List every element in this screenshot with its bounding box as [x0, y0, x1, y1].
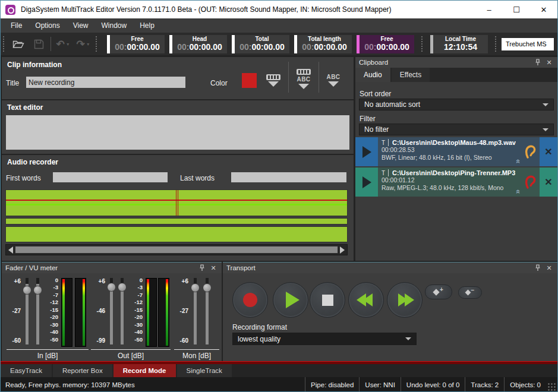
undo-button[interactable]: ↶▼: [53, 35, 73, 53]
waveform-track-1[interactable]: [5, 189, 348, 216]
remove-marker-button[interactable]: −: [458, 286, 482, 299]
fader-knob[interactable]: [191, 283, 200, 292]
menu-view[interactable]: View: [67, 19, 95, 32]
menu-file[interactable]: File: [4, 19, 29, 32]
maximize-button[interactable]: ☐: [503, 1, 530, 18]
close-button[interactable]: ✕: [530, 1, 557, 18]
pin-icon[interactable]: [535, 264, 544, 271]
play-button[interactable]: [273, 282, 308, 318]
waveform-text-dropdown-button[interactable]: ABC: [291, 63, 317, 95]
toolbar-grip[interactable]: [96, 36, 99, 52]
open-button[interactable]: [8, 35, 29, 53]
fader-knob[interactable]: [203, 283, 212, 292]
status-undo-level: Undo level: 0 of 0: [401, 377, 465, 392]
menu-window[interactable]: Window: [95, 19, 134, 32]
counter-prefix: 00:: [239, 42, 251, 52]
rewind-button[interactable]: [348, 282, 384, 318]
close-panel-icon[interactable]: ✕: [544, 59, 554, 67]
fader-knob[interactable]: [23, 286, 31, 295]
last-words-input[interactable]: [231, 172, 346, 182]
text-dropdown-button[interactable]: ABC: [321, 68, 346, 93]
play-icon: [362, 146, 371, 158]
tab-easytrack[interactable]: EasyTrack: [1, 364, 52, 377]
save-button[interactable]: [29, 35, 49, 53]
text-editor-area[interactable]: [6, 115, 349, 150]
menu-help[interactable]: Help: [133, 19, 161, 32]
vu-scale-label: -3: [128, 284, 143, 291]
fast-forward-button[interactable]: [387, 282, 423, 318]
toolbar-grip[interactable]: [495, 36, 498, 52]
tab-record-mode[interactable]: Record Mode: [114, 364, 176, 377]
tab-audio[interactable]: Audio: [355, 68, 390, 82]
toolbar-grip[interactable]: [421, 36, 424, 52]
toolbar-grip[interactable]: [3, 36, 6, 52]
pin-icon[interactable]: [199, 264, 209, 271]
remove-clip-button[interactable]: ✕: [540, 167, 557, 197]
vu-group-in: +6 -27 -60 0-3-7-12-15-20-30-40-50 In [d…: [7, 278, 90, 361]
vu-meter-right: [158, 278, 169, 347]
tab-reporter-box[interactable]: Reporter Box: [53, 364, 112, 377]
stop-button[interactable]: [310, 282, 345, 318]
fader-slider[interactable]: [203, 278, 212, 347]
status-tracks: Tracks: 2: [465, 377, 504, 392]
menu-options[interactable]: Options: [29, 19, 66, 32]
vu-scale-label: -40: [128, 328, 143, 336]
fader-knob[interactable]: [33, 286, 42, 295]
tab-effects[interactable]: Effects: [392, 68, 430, 82]
listen-ear-icon[interactable]: [522, 167, 540, 197]
clipboard-item[interactable]: T C:\Users\nin\Desktop\Ping-Trenner.MP3 …: [355, 167, 557, 197]
scroll-right-arrow[interactable]: [340, 246, 345, 254]
waveform-track-3[interactable]: [5, 226, 348, 242]
fader-knob[interactable]: [118, 283, 127, 292]
toolbar-separator: [51, 37, 51, 51]
fader-knob[interactable]: [107, 283, 116, 292]
close-panel-icon[interactable]: ✕: [209, 264, 218, 272]
sort-order-dropdown[interactable]: No automatic sort: [359, 99, 554, 110]
fader-slider[interactable]: [107, 278, 116, 347]
mode-tab-bar: EasyTrack Reporter Box Record Mode Singl…: [1, 364, 557, 377]
play-clip-button[interactable]: [355, 167, 378, 197]
clipboard-item[interactable]: T C:\Users\nin\Desktop\Maus-48.mp3.wav 0…: [355, 137, 557, 166]
listen-ear-icon[interactable]: [522, 137, 540, 166]
window-title: DigaSystem MultiTrack Editor Version 7.0…: [21, 5, 392, 14]
record-button[interactable]: [232, 282, 268, 318]
remove-clip-button[interactable]: ✕: [540, 137, 557, 166]
first-words-input[interactable]: [53, 172, 168, 182]
recording-format-dropdown[interactable]: lowest quality: [232, 333, 417, 345]
play-clip-button[interactable]: [355, 137, 378, 166]
tab-singletrack[interactable]: SingleTrack: [177, 364, 232, 377]
fader-slider[interactable]: [191, 278, 200, 347]
range-bottom: -60: [180, 337, 188, 344]
font-selector[interactable]: Trebuchet MS: [502, 38, 554, 50]
scroll-left-arrow[interactable]: [8, 246, 13, 254]
collapse-chevrons-icon[interactable]: «: [514, 189, 522, 194]
waveform-dropdown-button[interactable]: [261, 68, 286, 93]
vu-scale-label: -30: [44, 321, 58, 328]
resize-grip[interactable]: [547, 382, 556, 391]
color-swatch[interactable]: [242, 73, 257, 88]
scrollbar-thumb[interactable]: [15, 246, 338, 254]
menu-bar: File Options View Window Help: [1, 18, 557, 33]
counter-free-purple: Free 00:00:00.00: [357, 35, 414, 53]
waveform-track-2[interactable]: [5, 218, 348, 225]
collapse-chevrons-icon[interactable]: «: [514, 159, 522, 163]
clip-info: T C:\Users\nin\Desktop\Maus-48.mp3.wav 0…: [378, 137, 522, 166]
fader-slider[interactable]: [23, 278, 31, 347]
fader-title-bar: Fader / VU meter ✕: [2, 263, 222, 273]
add-marker-button[interactable]: +: [425, 284, 452, 299]
waveform-scrollbar[interactable]: [5, 244, 348, 255]
clip-information-panel: Clip information Title Color ABC ABC: [2, 57, 354, 99]
play-icon: [286, 292, 300, 308]
filter-dropdown[interactable]: No filter: [359, 124, 554, 135]
counter-free: Free 00:00:00.00: [107, 35, 165, 53]
close-panel-icon[interactable]: ✕: [544, 264, 554, 272]
redo-button[interactable]: ↷▼: [73, 35, 93, 53]
fader-slider[interactable]: [118, 278, 127, 347]
pin-icon[interactable]: [535, 59, 544, 66]
range-mid: -27: [180, 308, 188, 314]
playback-cursor[interactable]: [176, 190, 178, 216]
range-bottom: -99: [97, 337, 105, 344]
fader-slider[interactable]: [33, 278, 42, 347]
minimize-button[interactable]: –: [475, 1, 503, 18]
title-input[interactable]: [26, 77, 185, 88]
